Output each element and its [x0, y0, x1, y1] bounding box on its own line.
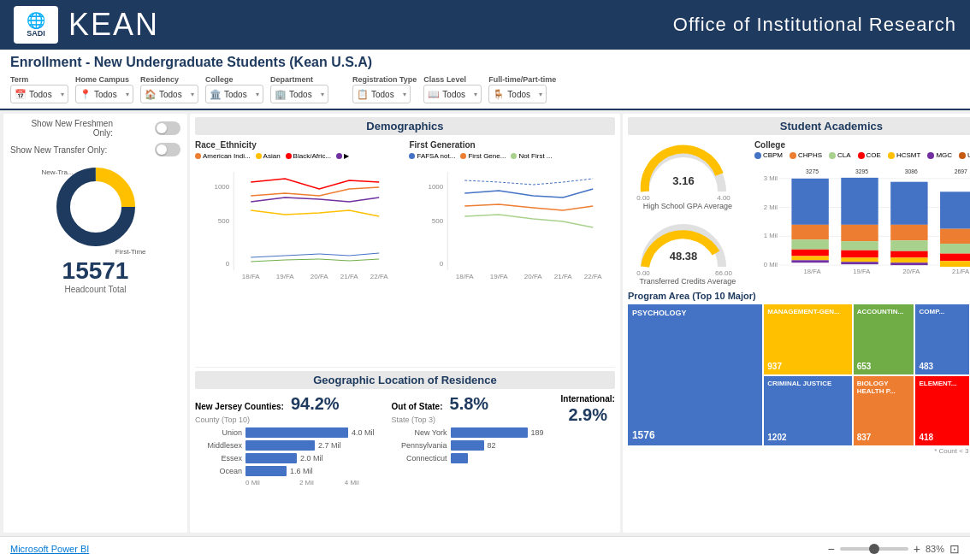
- svg-rect-53: [890, 225, 927, 240]
- bar-row-middlesex: Middlesex 2.7 Mil: [195, 440, 375, 451]
- filters-row: Term 📅 Todos ▾ Home Campus 📍 Todos ▾ Res…: [10, 74, 960, 105]
- svg-rect-57: [890, 262, 927, 265]
- legend-label-firstgen: First Gene...: [468, 152, 506, 160]
- filter-fpt-select[interactable]: 🪑 Todos ▾: [488, 85, 547, 103]
- chevron-down-icon-4: ▾: [256, 91, 259, 98]
- zoom-out-button[interactable]: −: [828, 542, 835, 556]
- svg-rect-36: [791, 179, 828, 225]
- race-line-chart: 1000 500 0 18/FA 19/FA 20/FA 21/FA 22/FA: [195, 163, 400, 287]
- svg-text:3 Mil: 3 Mil: [764, 174, 778, 182]
- academics-content: 3.16 0.00 4.00 High School GPA Average: [628, 140, 970, 286]
- svg-rect-46: [841, 241, 878, 251]
- geo-out-pct: 5.8%: [450, 394, 489, 414]
- toggle-row-transfer: Show New Transfer Only:: [10, 143, 180, 156]
- treemap-management: MANAGEMENT-GEN... 937: [764, 304, 851, 374]
- filter-college-select[interactable]: 🏛️ Todos ▾: [205, 85, 263, 103]
- svg-text:0.00: 0.00: [636, 194, 650, 200]
- treemap-biology-health: BIOLOGY HEALTH P... 837: [854, 376, 914, 446]
- legend-dot-amerindian: [195, 153, 201, 159]
- transfer-toggle[interactable]: [155, 143, 180, 156]
- race-ethnicity-title: Race_Ethnicity: [195, 140, 400, 150]
- svg-text:20/FA: 20/FA: [902, 268, 920, 275]
- svg-text:3.16: 3.16: [672, 174, 694, 187]
- chevron-down-icon-5: ▾: [321, 91, 324, 98]
- bar-row-ocean: Ocean 1.6 Mil: [195, 466, 375, 476]
- logo-globe-icon: 🌐: [27, 11, 45, 30]
- svg-rect-48: [841, 257, 878, 262]
- filter-class-level-select[interactable]: 📖 Todos ▾: [423, 85, 482, 103]
- mid-column: Demographics Race_Ethnicity American Ind…: [190, 114, 620, 533]
- class-level-icon: 📖: [428, 89, 440, 100]
- college-legend: CBPM CHPHS CLA: [754, 151, 970, 159]
- treemap: PSYCHOLOGY 1576 MANAGEMENT-GEN... 937 AC…: [628, 304, 970, 445]
- fit-screen-icon[interactable]: ⊡: [949, 542, 960, 556]
- filter-full-part-time: Full-time/Part-time 🪑 Todos ▾: [488, 75, 556, 103]
- geo-section: Geographic Location of Residence New Jer…: [195, 367, 615, 529]
- legend-coe: COE: [858, 151, 881, 159]
- residency-icon: 🏠: [145, 89, 157, 100]
- geo-intl-label: International:: [561, 394, 615, 404]
- demo-charts: Race_Ethnicity American Indi... Asian: [195, 140, 615, 289]
- transfer-toggle-label: Show New Transfer Only:: [10, 145, 107, 155]
- first-gen-title: First Generation: [409, 140, 614, 150]
- chevron-down-icon-6: ▾: [403, 91, 406, 98]
- legend-chphs: CHPHS: [790, 151, 822, 159]
- svg-text:18/FA: 18/FA: [456, 273, 475, 280]
- geo-nj-pct: 94.2%: [291, 394, 340, 414]
- svg-rect-54: [890, 240, 927, 251]
- filter-reg-type-select[interactable]: 📋 Todos ▾: [352, 85, 411, 103]
- svg-text:48.38: 48.38: [670, 250, 698, 262]
- left-column: Show New Freshmen Only: Show New Transfe…: [3, 114, 187, 533]
- svg-text:22/FA: 22/FA: [584, 273, 603, 280]
- zoom-controls: − + 83% ⊡: [828, 542, 960, 556]
- credits-gauge: 48.38 0.00 66.00: [628, 215, 739, 275]
- svg-rect-38: [791, 239, 828, 250]
- filter-department-value: Todos: [289, 90, 318, 99]
- svg-rect-64: [940, 261, 970, 267]
- legend-label-other: ▶: [344, 152, 349, 160]
- geo-out-sub: State (Top 3): [392, 416, 544, 424]
- zoom-percentage: 83%: [926, 544, 944, 554]
- freshmen-toggle[interactable]: [155, 121, 180, 135]
- zoom-in-button[interactable]: +: [914, 542, 920, 556]
- svg-rect-40: [791, 256, 828, 261]
- filter-department-label: Department: [270, 75, 313, 84]
- first-gen-chart: First Generation FAFSA not... First Gene…: [409, 140, 614, 289]
- race-legend: American Indi... Asian Black/Afric...: [195, 152, 400, 160]
- reg-type-icon: 📋: [357, 89, 369, 100]
- gpa-gauge-item: 3.16 0.00 4.00 High School GPA Average: [628, 140, 748, 210]
- filter-department-select[interactable]: 🏢 Todos ▾: [270, 85, 328, 103]
- filter-department: Department 🏢 Todos ▾: [270, 75, 328, 103]
- filter-college: College 🏛️ Todos ▾: [205, 75, 263, 103]
- program-section: Program Area (Top 10 Major) PSYCHOLOGY 1…: [628, 291, 970, 455]
- geo-intl: International: 2.9%: [561, 394, 615, 425]
- svg-text:20/FA: 20/FA: [524, 273, 543, 280]
- legend-cla: CLA: [829, 151, 851, 159]
- logo-text: SADI: [27, 30, 45, 38]
- treemap-psychology: PSYCHOLOGY 1576: [628, 304, 762, 445]
- legend-label-fafsa: FAFSA not...: [417, 152, 455, 160]
- svg-rect-45: [841, 225, 878, 241]
- bar-row-ct: Connecticut: [392, 453, 544, 463]
- zoom-slider[interactable]: [840, 547, 908, 551]
- filter-residency: Residency 🏠 Todos ▾: [140, 75, 198, 103]
- svg-text:18/FA: 18/FA: [803, 268, 821, 275]
- geo-nj-label: New Jersey Counties:: [195, 402, 284, 411]
- filter-term-select[interactable]: 📅 Todos ▾: [10, 85, 68, 103]
- academics-title: Student Academics: [628, 117, 970, 135]
- first-gen-legend: FAFSA not... First Gene... Not First ...: [409, 152, 614, 160]
- svg-text:3295: 3295: [855, 168, 868, 174]
- filter-residency-select[interactable]: 🏠 Todos ▾: [140, 85, 198, 103]
- svg-rect-61: [940, 229, 970, 244]
- svg-text:20/FA: 20/FA: [311, 273, 329, 280]
- svg-rect-47: [841, 251, 878, 258]
- geo-nj: New Jersey Counties: 94.2% County (Top 1…: [195, 394, 375, 486]
- filter-home-campus-select[interactable]: 📍 Todos ▾: [75, 85, 133, 103]
- legend-label-black: Black/Afric...: [293, 152, 331, 160]
- svg-text:21/FA: 21/FA: [952, 268, 970, 275]
- powerbi-link[interactable]: Microsoft Power BI: [10, 544, 89, 554]
- zoom-thumb[interactable]: [869, 544, 879, 554]
- page-title: Enrollment - New Undergraduate Students …: [10, 55, 960, 70]
- academics-section: Student Academics 3.16 0.0: [628, 117, 970, 286]
- legend-label-asian: Asian: [263, 152, 281, 160]
